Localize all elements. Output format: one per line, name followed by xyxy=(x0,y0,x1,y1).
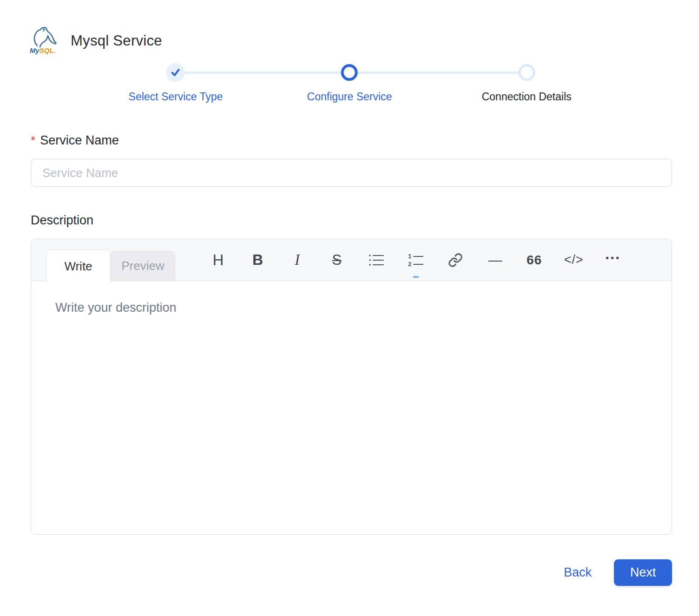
tab-preview[interactable]: Preview xyxy=(111,251,175,281)
step-completed-circle[interactable] xyxy=(166,63,185,82)
unordered-list-icon[interactable] xyxy=(368,250,385,270)
italic-icon[interactable]: I xyxy=(289,250,306,270)
editor-toolbar: H B I S 1 2 xyxy=(210,250,622,270)
code-icon[interactable]: </> xyxy=(565,250,582,270)
step-label[interactable]: Select Service Type xyxy=(129,91,223,103)
required-marker: * xyxy=(31,133,35,147)
service-name-label-text: Service Name xyxy=(40,133,119,147)
heading-icon[interactable]: H xyxy=(210,250,227,270)
next-button[interactable]: Next xyxy=(614,559,672,586)
step-select-service-type[interactable]: Select Service Type xyxy=(129,64,223,103)
mysql-service-wizard-page: MySQL. Mysql Service Select Service Type… xyxy=(0,0,699,616)
description-editor: Write Preview H B I S xyxy=(31,239,672,535)
description-textarea[interactable] xyxy=(31,281,672,535)
step-configure-service[interactable]: Configure Service xyxy=(307,64,392,103)
ordered-list-icon[interactable]: 1 2 xyxy=(407,250,424,270)
service-name-input[interactable] xyxy=(31,159,672,187)
svg-text:2: 2 xyxy=(408,261,411,267)
step-upcoming-circle[interactable] xyxy=(518,64,535,81)
link-icon[interactable] xyxy=(447,250,464,270)
editor-body xyxy=(31,281,672,535)
editor-toolbar-bar: Write Preview H B I S xyxy=(31,239,672,281)
step-label[interactable]: Configure Service xyxy=(307,91,392,103)
step-active-circle[interactable] xyxy=(341,64,358,81)
more-options-icon[interactable]: ••• xyxy=(605,250,622,270)
back-button[interactable]: Back xyxy=(564,565,592,580)
service-name-label: *Service Name xyxy=(31,133,119,148)
check-icon xyxy=(171,67,181,78)
step-label[interactable]: Connection Details xyxy=(481,91,571,103)
svg-text:1: 1 xyxy=(408,253,411,260)
editor-tabs: Write Preview xyxy=(46,239,175,281)
horizontal-rule-icon[interactable]: — xyxy=(486,250,503,270)
wizard-footer: Back Next xyxy=(564,559,672,586)
quote-icon[interactable]: 66 xyxy=(526,250,543,270)
step-connection-details[interactable]: Connection Details xyxy=(481,64,571,103)
tab-write[interactable]: Write xyxy=(46,249,111,283)
wizard-stepper: Select Service Type Configure Service Co… xyxy=(0,0,699,111)
bold-icon[interactable]: B xyxy=(249,250,266,270)
strikethrough-icon[interactable]: S xyxy=(328,250,345,270)
cursor-artifact xyxy=(413,276,419,278)
description-label: Description xyxy=(31,213,93,228)
